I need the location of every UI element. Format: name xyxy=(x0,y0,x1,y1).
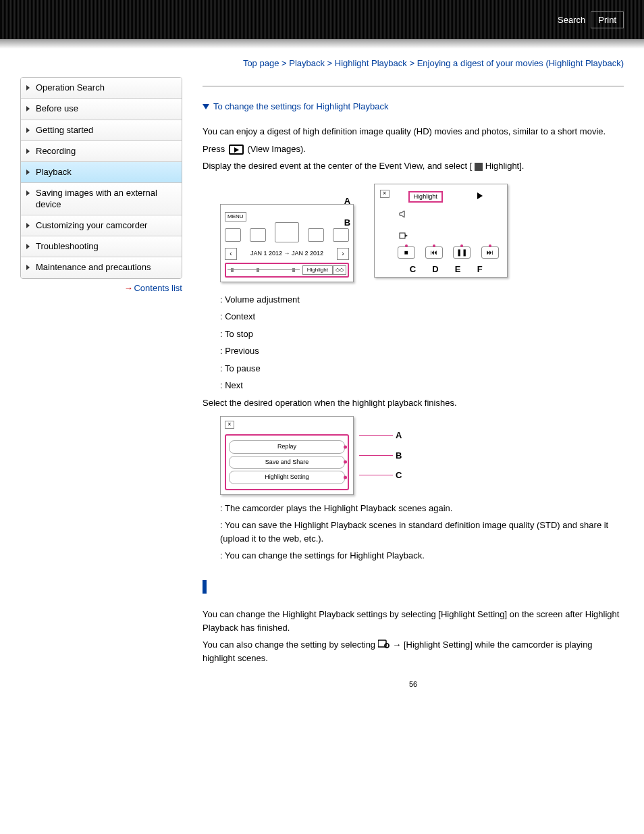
print-button[interactable]: Print xyxy=(591,11,624,28)
nav-maintenance[interactable]: Maintenance and precautions xyxy=(21,257,182,278)
link-change-settings[interactable]: To change the settings for Highlight Pla… xyxy=(213,101,388,111)
step-select: Select the desired operation when the hi… xyxy=(203,396,624,410)
crumb-sep: > xyxy=(327,58,333,68)
list1-item: : Previous xyxy=(220,344,624,358)
nav-list: Operation Search Before use Getting star… xyxy=(20,77,182,279)
sec2-p1: You can change the Highlight Playback se… xyxy=(203,608,624,634)
crumb-current[interactable]: Enjoying a digest of your movies (Highli… xyxy=(417,58,624,68)
stop-icon: ■ xyxy=(398,246,415,259)
step-press: Press (View Images). xyxy=(203,142,624,156)
list1-item: : Volume adjustment xyxy=(220,293,624,307)
highlight-note-icon xyxy=(475,163,483,171)
label-d: D xyxy=(432,263,438,276)
sec2-p2-a: You can also change the setting by selec… xyxy=(203,640,378,650)
thumb-icon xyxy=(308,228,324,242)
step1-a: Press xyxy=(203,144,227,154)
timeline-icon xyxy=(227,268,300,272)
view-mode-icon: ◇◇ xyxy=(333,265,346,275)
list1-item: : To stop xyxy=(220,328,624,341)
label-a: A xyxy=(396,429,402,442)
crumb-highlight[interactable]: Highlight Playback xyxy=(335,58,407,68)
nav-operation-search[interactable]: Operation Search xyxy=(21,78,182,99)
list2-item: : You can change the settings for Highli… xyxy=(220,549,624,563)
nav-saving-images[interactable]: Saving images with an external device xyxy=(21,183,182,215)
step2-a: Display the desired event at the center … xyxy=(203,161,472,171)
arrow-right-icon: → xyxy=(392,640,404,650)
arrow-right-icon: → xyxy=(124,283,132,293)
nav-before-use[interactable]: Before use xyxy=(21,99,182,120)
nav-getting-started[interactable]: Getting started xyxy=(21,120,182,141)
sec2-p2: You can also change the setting by selec… xyxy=(203,638,624,665)
section-marker-icon xyxy=(203,580,207,594)
label-b: B xyxy=(396,449,402,463)
list2-item: : The camcorder plays the Highlight Play… xyxy=(220,502,624,515)
crumb-playback[interactable]: Playback xyxy=(289,58,325,68)
list1-item: : Next xyxy=(220,379,624,392)
label-c: C xyxy=(396,469,402,482)
thumb-icon xyxy=(225,228,241,242)
next-icon: ⏭ xyxy=(481,246,499,259)
prev-page-icon: ‹ xyxy=(225,248,237,260)
menu-replay: Replay xyxy=(229,440,345,454)
close-icon: × xyxy=(225,421,234,429)
crumb-sep: > xyxy=(281,58,287,68)
crumb-top[interactable]: Top page xyxy=(243,58,279,68)
menu-labels: A B C xyxy=(359,429,402,482)
next-page-icon: › xyxy=(337,248,349,260)
view-images-icon xyxy=(229,145,244,155)
settings-icon xyxy=(378,639,390,652)
nav-troubleshooting[interactable]: Troubleshooting xyxy=(21,236,182,257)
triangle-down-icon xyxy=(203,104,209,109)
step1-b: (View Images). xyxy=(247,144,305,154)
figure-finish-menu: × Replay Save and Share Highlight Settin… xyxy=(220,416,354,495)
event-date: JAN 1 2012 → JAN 2 2012 xyxy=(237,249,337,259)
thumb-icon xyxy=(275,222,299,242)
thumb-icon xyxy=(250,228,266,242)
volume-icon xyxy=(399,209,408,217)
event-bottom-highlighted: Highlight ◇◇ xyxy=(225,263,349,278)
list1-item: : To pause xyxy=(220,362,624,375)
header-bar: Search Print xyxy=(0,0,644,39)
toc-link-row: To change the settings for Highlight Pla… xyxy=(203,101,624,111)
divider xyxy=(203,86,624,86)
sidebar: Operation Search Before use Getting star… xyxy=(20,58,182,689)
figure-playback: × Highlight ■ ⏮ ❚❚ ⏭ xyxy=(374,184,508,278)
label-e: E xyxy=(455,263,461,276)
label-b: B xyxy=(344,216,350,230)
close-icon: × xyxy=(380,190,390,198)
label-a: A xyxy=(344,194,350,208)
nav-customizing[interactable]: Customizing your camcorder xyxy=(21,215,182,236)
play-icon xyxy=(477,192,483,199)
menu-icon: MENU xyxy=(225,212,246,221)
nav-recording[interactable]: Recording xyxy=(21,141,182,162)
svg-point-2 xyxy=(385,644,389,648)
previous-icon: ⏮ xyxy=(425,246,443,259)
search-link[interactable]: Search xyxy=(558,15,585,25)
figure-event-view: MENU ‹ JAN 1 2012 → JAN 2 2012 › xyxy=(220,204,354,282)
main-content: Top page > Playback > Highlight Playback… xyxy=(203,58,624,689)
menu-group-highlighted: Replay Save and Share Highlight Setting xyxy=(225,434,349,490)
pause-icon: ❚❚ xyxy=(453,246,471,259)
context-icon xyxy=(399,230,408,238)
label-c: C xyxy=(410,263,416,276)
breadcrumb: Top page > Playback > Highlight Playback… xyxy=(203,58,624,68)
svg-rect-0 xyxy=(400,233,405,238)
thumb-icon xyxy=(333,228,349,242)
menu-save-share: Save and Share xyxy=(229,456,345,469)
highlight-button-icon: Highlight xyxy=(302,265,333,275)
step2-b: Highlight]. xyxy=(485,161,525,171)
list2-item: : You can save the Highlight Playback sc… xyxy=(220,519,624,545)
highlight-chip: Highlight xyxy=(408,191,443,203)
label-f: F xyxy=(477,263,483,276)
page-number: 56 xyxy=(203,679,624,690)
contents-list-link-wrap: → Contents list xyxy=(20,283,182,293)
nav-playback[interactable]: Playback xyxy=(21,162,182,183)
intro-text: You can enjoy a digest of high definitio… xyxy=(203,125,624,138)
crumb-sep: > xyxy=(409,58,414,68)
menu-highlight-setting: Highlight Setting xyxy=(229,471,345,484)
contents-list-link[interactable]: Contents list xyxy=(134,283,182,293)
list1-item: : Context xyxy=(220,310,624,323)
step-display: Display the desired event at the center … xyxy=(203,159,624,173)
